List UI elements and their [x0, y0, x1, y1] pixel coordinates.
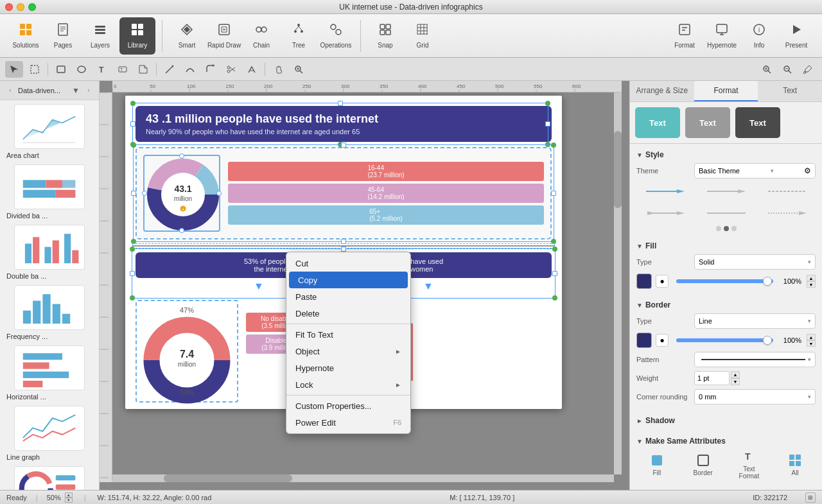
- menu-item-lock[interactable]: Lock ►: [286, 376, 410, 393]
- menu-item-cut[interactable]: Cut: [286, 255, 410, 272]
- fill-color-picker-icon[interactable]: ●: [656, 275, 669, 288]
- tab-format[interactable]: Format: [694, 81, 758, 101]
- list-item[interactable]: Horizontal ...: [4, 345, 95, 401]
- textbox-tool-button[interactable]: T: [114, 61, 132, 78]
- fill-slider-thumb[interactable]: [763, 277, 772, 286]
- border-weight-field[interactable]: [694, 371, 730, 385]
- arrow-style-6[interactable]: [758, 204, 816, 222]
- zoom-control[interactable]: 50% ▲ ▼: [47, 492, 73, 503]
- menu-item-object[interactable]: Object ►: [286, 343, 410, 360]
- shadow-toggle[interactable]: ►: [636, 417, 643, 424]
- list-item[interactable]: Divided ba ...: [4, 164, 95, 220]
- curve-tool-button[interactable]: [181, 61, 199, 78]
- close-button[interactable]: [5, 3, 13, 11]
- scrollbar-vertical[interactable]: [614, 92, 622, 474]
- scrollbar-horizontal[interactable]: [112, 474, 614, 482]
- line-tool-button[interactable]: [161, 61, 179, 78]
- hand-tool-button[interactable]: [269, 61, 287, 78]
- menu-item-hypernote[interactable]: Hypernote: [286, 360, 410, 376]
- tab-text[interactable]: Text: [758, 81, 822, 101]
- border-color-picker-icon[interactable]: ●: [656, 334, 669, 347]
- border-opacity-down[interactable]: ▼: [807, 340, 816, 347]
- menu-item-delete[interactable]: Delete: [286, 305, 410, 322]
- corner-select[interactable]: 0 mm ▾: [694, 389, 816, 404]
- solutions-button[interactable]: Solutions: [8, 17, 44, 55]
- arrow-style-4[interactable]: [636, 204, 694, 222]
- note-tool-button[interactable]: [134, 61, 152, 78]
- menu-item-fit-to-text[interactable]: Fit To Text: [286, 326, 410, 343]
- menu-item-paste[interactable]: Paste: [286, 288, 410, 305]
- rapid-draw-button[interactable]: Rapid Draw: [206, 17, 242, 55]
- theme-gear-icon[interactable]: ⚙: [804, 166, 811, 175]
- smart-button[interactable]: Smart: [169, 17, 205, 55]
- fill-opacity-slider[interactable]: [676, 279, 773, 283]
- text-style-preview-3[interactable]: Text: [735, 107, 780, 138]
- make-same-text-format-button[interactable]: T TextFormat: [729, 449, 770, 480]
- hypernote-button[interactable]: Hypernote: [704, 17, 740, 55]
- scrollbar-thumb-v[interactable]: [614, 131, 622, 208]
- present-button[interactable]: Present: [778, 17, 814, 55]
- menu-item-copy[interactable]: Copy: [289, 272, 408, 288]
- rect-tool-button[interactable]: [52, 61, 70, 78]
- scissors-tool-button[interactable]: [222, 61, 240, 78]
- border-opacity-slider[interactable]: [676, 338, 773, 342]
- make-same-all-button[interactable]: All: [774, 453, 816, 476]
- text-style-preview-1[interactable]: Text: [635, 107, 680, 138]
- make-same-toggle[interactable]: ▼: [636, 438, 643, 445]
- list-item[interactable]: Double ba ...: [4, 225, 95, 280]
- menu-item-power-edit[interactable]: Power Edit F6: [286, 414, 410, 431]
- list-item[interactable]: Area chart: [4, 104, 95, 159]
- dot-1[interactable]: [716, 226, 721, 231]
- border-weight-down[interactable]: ▼: [731, 378, 740, 385]
- fill-toggle[interactable]: ▼: [636, 243, 643, 250]
- library-button[interactable]: Library: [119, 17, 155, 55]
- theme-select[interactable]: Basic Theme ▾ ⚙: [694, 163, 816, 178]
- arrow-style-1[interactable]: [636, 182, 694, 200]
- zoom-in-view-button[interactable]: [758, 61, 776, 78]
- zoom-tool-button[interactable]: [290, 61, 308, 78]
- chain-button[interactable]: Chain: [243, 17, 279, 55]
- zoom-value[interactable]: 50%: [47, 494, 61, 501]
- arrow-style-3[interactable]: [758, 182, 816, 200]
- fill-type-select[interactable]: Solid ▾: [694, 254, 816, 270]
- fit-page-icon[interactable]: ⊞: [805, 492, 816, 503]
- zoom-up[interactable]: ▲: [65, 492, 73, 498]
- text-style-preview-2[interactable]: Text: [685, 107, 730, 138]
- operations-button[interactable]: Operations: [318, 17, 354, 55]
- ellipse-tool-button[interactable]: [73, 61, 91, 78]
- border-opacity-up[interactable]: ▲: [807, 334, 816, 340]
- info-button[interactable]: i Info: [741, 17, 777, 55]
- select-tool-button[interactable]: [26, 61, 44, 78]
- list-item[interactable]: Ring chart ...: [4, 466, 95, 490]
- eyedropper-button[interactable]: [799, 61, 817, 78]
- maximize-button[interactable]: [28, 3, 36, 11]
- border-color-swatch[interactable]: [636, 333, 652, 348]
- border-pattern-select[interactable]: ▾: [694, 352, 816, 367]
- menu-item-custom-props[interactable]: Custom Properties...: [286, 397, 410, 414]
- make-same-border-button[interactable]: Border: [683, 453, 724, 476]
- canvas-background[interactable]: 43 .1 million people have used the inter…: [112, 92, 622, 482]
- dot-2[interactable]: [724, 226, 729, 231]
- nav-next-arrow[interactable]: ›: [83, 85, 94, 96]
- arrow-style-2[interactable]: [697, 182, 755, 200]
- fill-opacity-up[interactable]: ▲: [807, 275, 816, 281]
- tree-button[interactable]: Tree: [281, 17, 317, 55]
- pages-button[interactable]: Pages: [45, 17, 81, 55]
- arrow-style-5[interactable]: [697, 204, 755, 222]
- list-item[interactable]: Frequency ...: [4, 285, 95, 340]
- text-tool-button[interactable]: T: [93, 61, 111, 78]
- make-same-fill-button[interactable]: Fill: [636, 453, 678, 476]
- fill-opacity-down[interactable]: ▼: [807, 281, 816, 288]
- list-item[interactable]: Line graph: [4, 406, 95, 461]
- style-toggle[interactable]: ▼: [636, 152, 643, 159]
- zoom-down[interactable]: ▼: [65, 498, 73, 503]
- border-slider-thumb[interactable]: [763, 336, 772, 345]
- canvas-area[interactable]: 0 50 100 150 200 250 300 350 400 450 500…: [100, 81, 629, 490]
- grid-button[interactable]: Grid: [405, 17, 441, 55]
- fill-color-swatch[interactable]: [636, 274, 652, 289]
- border-type-select[interactable]: Line ▾: [694, 313, 816, 329]
- minimize-button[interactable]: [17, 3, 24, 11]
- snap-button[interactable]: Snap: [367, 17, 403, 55]
- nav-prev-arrow[interactable]: ‹: [5, 85, 15, 96]
- tab-arrange-size[interactable]: Arrange & Size: [630, 81, 694, 101]
